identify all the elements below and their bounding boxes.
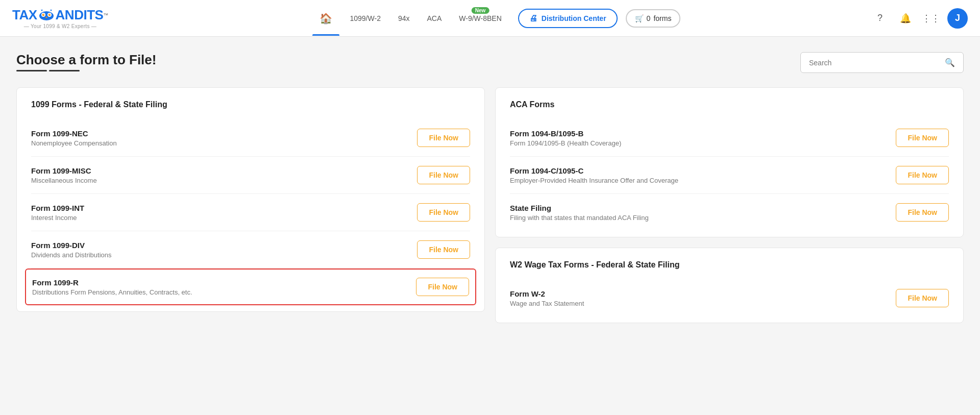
card-title-w2-federal: W2 Wage Tax Forms - Federal & State Fili…: [510, 260, 949, 270]
nav-w9-badge: New: [472, 7, 489, 14]
form-info-1099-r: Form 1099-RDistributions Form Pensions, …: [32, 278, 192, 296]
file-now-btn-1099-div[interactable]: File Now: [417, 240, 470, 259]
form-name-1099-nec: Form 1099-NEC: [31, 129, 117, 138]
form-desc-1099-nec: Nonemployee Compensation: [31, 139, 117, 147]
card-w2-federal: W2 Wage Tax Forms - Federal & State Fili…: [495, 248, 964, 323]
logo[interactable]: TAX ANDI: [12, 7, 108, 23]
form-desc-1099-div: Dividends and Distributions: [31, 251, 112, 259]
right-column: ACA FormsForm 1094-B/1095-BForm 1094/109…: [495, 87, 964, 323]
nav-aca-label: ACA: [427, 14, 442, 22]
file-now-btn-1094c-1095c[interactable]: File Now: [896, 166, 949, 184]
nav-1099w2[interactable]: 1099/W-2: [342, 12, 387, 25]
home-icon: 🏠: [320, 12, 332, 25]
form-desc-1094c-1095c: Employer-Provided Health Insurance Offer…: [510, 177, 678, 184]
form-name-1099-misc: Form 1099-MISC: [31, 166, 97, 175]
main-content: Choose a form to File! 🔍 1099 Forms - Fe…: [0, 37, 980, 338]
form-item-1094c-1095c: Form 1094-C/1095-CEmployer-Provided Heal…: [510, 157, 949, 194]
user-avatar-button[interactable]: J: [947, 8, 968, 29]
form-info-state-filing: State FilingFiling with that states that…: [510, 204, 649, 222]
card-aca-forms: ACA FormsForm 1094-B/1095-BForm 1094/109…: [495, 87, 964, 237]
grid-icon: ⋮⋮: [922, 13, 940, 24]
form-name-1094c-1095c: Form 1094-C/1095-C: [510, 166, 678, 175]
form-name-1099-int: Form 1099-INT: [31, 204, 84, 212]
file-now-btn-1099-int[interactable]: File Now: [417, 203, 470, 222]
bell-icon: 🔔: [900, 13, 911, 24]
file-now-btn-1099-misc[interactable]: File Now: [417, 166, 470, 184]
distribution-center-button[interactable]: 🖨 Distribution Center: [518, 9, 618, 28]
file-now-btn-state-filing[interactable]: File Now: [896, 203, 949, 222]
form-info-w2: Form W-2Wage and Tax Statement: [510, 289, 584, 307]
svg-marker-7: [41, 10, 43, 11]
notification-button[interactable]: 🔔: [896, 9, 915, 28]
page-title-area: Choose a form to File!: [16, 52, 156, 71]
logo-tax: TAX: [12, 7, 37, 23]
nav-94x[interactable]: 94x: [391, 12, 417, 25]
nav-1099w2-label: 1099/W-2: [350, 14, 380, 22]
form-desc-state-filing: Filing with that states that mandated AC…: [510, 214, 649, 222]
logo-tm: ™: [103, 12, 108, 18]
form-item-1094b-1095b: Form 1094-B/1095-BForm 1094/1095-B (Heal…: [510, 119, 949, 157]
form-desc-1099-r: Distributions Form Pensions, Annuities, …: [32, 288, 192, 296]
search-input[interactable]: [809, 59, 941, 67]
file-now-btn-w2[interactable]: File Now: [896, 289, 949, 307]
form-item-1099-div: Form 1099-DIVDividends and Distributions…: [31, 231, 470, 268]
logo-tagline: — Your 1099 & W2 Experts —: [12, 23, 108, 29]
help-button[interactable]: ?: [871, 9, 889, 28]
underline-left: [16, 70, 47, 71]
form-item-1099-nec: Form 1099-NECNonemployee CompensationFil…: [31, 119, 470, 157]
page-header: Choose a form to File! 🔍: [16, 52, 964, 73]
nav-94x-label: 94x: [398, 14, 410, 22]
form-name-1094b-1095b: Form 1094-B/1095-B: [510, 129, 621, 138]
svg-point-5: [43, 14, 44, 15]
form-info-1099-misc: Form 1099-MISCMiscellaneous Income: [31, 166, 97, 184]
form-item-1099-int: Form 1099-INTInterest IncomeFile Now: [31, 194, 470, 231]
cart-icon: 🛒: [635, 14, 644, 22]
file-now-btn-1099-nec[interactable]: File Now: [417, 129, 470, 147]
svg-point-0: [39, 11, 54, 20]
form-name-1099-r: Form 1099-R: [32, 278, 192, 287]
form-info-1099-nec: Form 1099-NECNonemployee Compensation: [31, 129, 117, 147]
form-name-state-filing: State Filing: [510, 204, 649, 212]
help-icon: ?: [877, 13, 883, 23]
search-box[interactable]: 🔍: [800, 52, 964, 73]
avatar-initial: J: [955, 13, 960, 23]
cart-label: forms: [653, 14, 671, 22]
forms-grid: 1099 Forms - Federal & State FilingForm …: [16, 87, 964, 323]
form-info-1099-int: Form 1099-INTInterest Income: [31, 204, 84, 222]
search-icon[interactable]: 🔍: [945, 58, 955, 67]
form-info-1094c-1095c: Form 1094-C/1095-CEmployer-Provided Heal…: [510, 166, 678, 184]
nav-home[interactable]: 🏠: [312, 10, 339, 27]
main-nav: 🏠 1099/W-2 94x ACA New W-9/W-8BEN 🖨 Dist…: [129, 9, 865, 28]
form-name-1099-div: Form 1099-DIV: [31, 241, 112, 250]
apps-button[interactable]: ⋮⋮: [922, 9, 940, 28]
nav-w9-label: W-9/W-8BEN: [459, 14, 502, 22]
form-item-1099-misc: Form 1099-MISCMiscellaneous IncomeFile N…: [31, 157, 470, 194]
nav-aca[interactable]: ACA: [420, 12, 449, 25]
form-info-1094b-1095b: Form 1094-B/1095-BForm 1094/1095-B (Heal…: [510, 129, 621, 147]
file-now-btn-1099-r[interactable]: File Now: [416, 278, 469, 296]
form-desc-w2: Wage and Tax Statement: [510, 300, 584, 307]
file-now-btn-1094b-1095b[interactable]: File Now: [896, 129, 949, 147]
cart-button[interactable]: 🛒 0 forms: [626, 9, 681, 28]
form-name-w2: Form W-2: [510, 289, 584, 298]
card-1099-federal: 1099 Forms - Federal & State FilingForm …: [16, 87, 485, 312]
distribution-center-label: Distribution Center: [542, 14, 606, 22]
form-info-1099-div: Form 1099-DIVDividends and Distributions: [31, 241, 112, 259]
left-column: 1099 Forms - Federal & State FilingForm …: [16, 87, 485, 323]
logo-andits: ANDITS: [56, 7, 104, 23]
form-desc-1094b-1095b: Form 1094/1095-B (Health Coverage): [510, 139, 621, 147]
logo-area: TAX ANDI: [12, 7, 108, 29]
form-desc-1099-misc: Miscellaneous Income: [31, 177, 97, 184]
svg-point-4: [48, 13, 50, 15]
svg-marker-8: [50, 10, 52, 11]
main-header: TAX ANDI: [0, 0, 980, 37]
form-item-w2: Form W-2Wage and Tax StatementFile Now: [510, 280, 949, 316]
card-title-1099-federal: 1099 Forms - Federal & State Filing: [31, 100, 470, 109]
underline-right: [49, 70, 80, 71]
header-actions: ? 🔔 ⋮⋮ J: [871, 8, 968, 29]
nav-w9[interactable]: New W-9/W-8BEN: [452, 12, 509, 25]
page-title: Choose a form to File!: [16, 52, 156, 68]
form-desc-1099-int: Interest Income: [31, 214, 84, 222]
svg-point-6: [50, 14, 51, 15]
cart-count: 0: [647, 14, 651, 22]
